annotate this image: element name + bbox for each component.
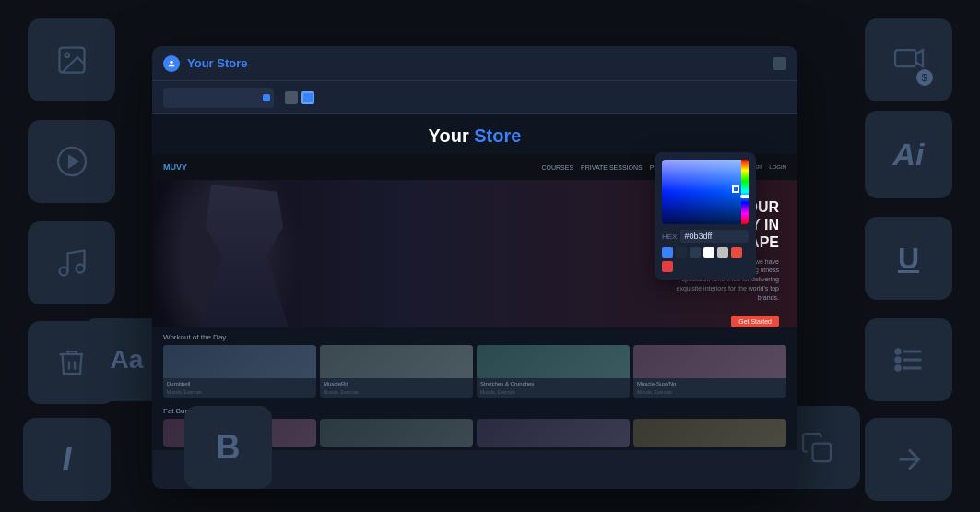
color-picker-panel: HEX #0b3dff	[655, 152, 756, 280]
workout-card-sub-1: Muscle, Exercise	[163, 389, 316, 398]
spectrum-handle	[740, 195, 749, 198]
hex-value[interactable]: #0b3dff	[680, 230, 749, 243]
browser-title: Your Store	[187, 56, 248, 70]
svg-rect-2	[895, 50, 916, 66]
app-icon	[163, 55, 180, 72]
workout-card-sub-3: Muscle, Exercise	[477, 389, 630, 398]
fat-card-image-4	[633, 419, 786, 447]
workout-card-image-1	[163, 345, 316, 378]
fat-card-2[interactable]	[320, 419, 473, 447]
fat-card-image-2	[320, 419, 473, 447]
workout-card-image-3	[477, 345, 630, 378]
fat-card-image-3	[477, 419, 630, 447]
workout-grid: Dumbbell Muscle, Exercise MuscleRit Musc…	[152, 345, 797, 398]
image-icon	[55, 43, 89, 77]
add-card[interactable]	[865, 418, 952, 501]
athlete-body	[189, 185, 300, 327]
workout-card-image-4	[633, 345, 786, 378]
play-icon	[55, 145, 89, 178]
hex-label: HEX	[662, 232, 677, 241]
swatch-dark[interactable]	[676, 247, 687, 258]
window-control[interactable]	[773, 57, 786, 70]
add-icon	[892, 443, 926, 476]
workout-card-image-2	[320, 345, 473, 378]
hex-row: HEX #0b3dff	[662, 230, 749, 243]
workout-card-2[interactable]: MuscleRit Muscle, Exercise	[320, 345, 473, 398]
bold-card[interactable]: B	[184, 406, 272, 489]
swatch-blue[interactable]	[662, 247, 673, 258]
svg-point-5	[59, 268, 67, 276]
swatch-red2[interactable]	[662, 261, 673, 272]
svg-rect-13	[812, 444, 831, 462]
color-gradient[interactable]	[662, 160, 749, 224]
site-logo: MUVY	[163, 162, 187, 172]
color-swatch-blue[interactable]	[301, 91, 314, 104]
gradient-handle[interactable]	[732, 185, 739, 193]
italic-card[interactable]: I	[23, 418, 111, 501]
workout-card-1[interactable]: Dumbbell Muscle, Exercise	[163, 345, 316, 398]
underline-card[interactable]: U	[865, 217, 952, 300]
bold-icon: B	[217, 428, 241, 467]
ai-icon: Ai	[893, 137, 925, 173]
svg-point-14	[170, 60, 172, 63]
hero-cta[interactable]: Get Started	[731, 316, 779, 327]
color-swatch-gray	[285, 91, 298, 104]
svg-marker-4	[69, 156, 77, 167]
list-card[interactable]	[865, 318, 952, 401]
italic-icon: I	[62, 440, 71, 479]
svg-point-6	[76, 265, 84, 273]
play-card[interactable]	[28, 120, 115, 203]
fat-card-3[interactable]	[477, 419, 630, 447]
address-bar[interactable]	[163, 88, 274, 108]
workout-card-label-1: Dumbbell	[163, 378, 316, 389]
color-swatches	[662, 247, 749, 272]
workout-title: Workout of the Day	[152, 327, 797, 345]
workout-card-label-4: Muscle-Sust/No	[633, 378, 786, 389]
workout-card-3[interactable]: Stretches & Crunches Muscle, Exercise	[477, 345, 630, 398]
swatch-red[interactable]	[731, 247, 742, 258]
workout-card-sub-4: Muscle, Exercise	[633, 389, 786, 398]
svg-point-10	[895, 350, 900, 354]
image-card[interactable]	[28, 18, 115, 101]
swatch-white[interactable]	[703, 247, 714, 258]
video-money-card[interactable]: $	[865, 18, 952, 101]
svg-point-12	[895, 366, 900, 371]
workout-card-label-2: MuscleRit	[320, 378, 473, 389]
site-title: Your Store	[429, 125, 522, 146]
music-icon	[55, 246, 89, 280]
nav-login[interactable]: LOGIN	[769, 164, 786, 171]
browser-toolbar	[152, 81, 797, 114]
workout-card-4[interactable]: Muscle-Sust/No Muscle, Exercise	[633, 345, 786, 398]
nav-courses[interactable]: COURSES	[541, 164, 573, 171]
text-aa-icon: Aa	[111, 345, 144, 375]
underline-icon: U	[898, 242, 919, 276]
copy-icon	[800, 431, 833, 464]
athlete-figure	[152, 180, 337, 327]
fat-card-4[interactable]	[633, 419, 786, 447]
site-header: Your Store	[152, 114, 797, 154]
spectrum-bar[interactable]	[741, 160, 749, 224]
ai-card[interactable]: Ai	[865, 111, 952, 198]
svg-point-11	[895, 358, 900, 363]
list-icon	[892, 343, 926, 376]
browser-titlebar: Your Store	[152, 46, 797, 81]
workout-section: Workout of the Day Dumbbell Muscle, Exer…	[152, 327, 797, 401]
music-card[interactable]	[28, 221, 115, 304]
swatch-dark2[interactable]	[690, 247, 701, 258]
swatch-gray[interactable]	[717, 247, 728, 258]
nav-private[interactable]: PRIVATE SESSIONS	[581, 164, 643, 171]
svg-point-1	[65, 54, 69, 58]
workout-card-label-3: Stretches & Crunches	[477, 378, 630, 389]
workout-card-sub-2: Muscle, Exercise	[320, 389, 473, 398]
